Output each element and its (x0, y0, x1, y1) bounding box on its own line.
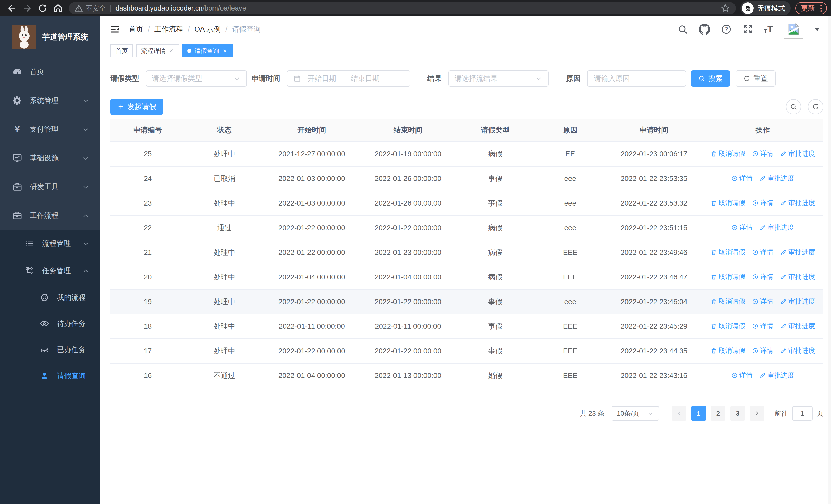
progress-link[interactable]: 审批进度 (760, 371, 794, 380)
goto-page-input[interactable] (792, 406, 812, 421)
close-icon[interactable] (222, 48, 227, 53)
progress-link[interactable]: 审批进度 (780, 248, 815, 257)
reset-button-label: 重置 (753, 73, 768, 83)
tab-home[interactable]: 首页 (110, 44, 133, 58)
detail-link[interactable]: 详情 (752, 346, 774, 355)
browser-update-button[interactable]: 更新 (795, 2, 827, 14)
browser-menu-icon[interactable] (819, 5, 824, 11)
search-icon[interactable] (677, 24, 688, 35)
fullscreen-icon[interactable] (742, 24, 753, 35)
pagination: 共 23 条 10条/页 1 2 3 前往 页 (110, 406, 823, 431)
sidebar-item-label: 基础设施 (30, 153, 58, 163)
security-label[interactable]: 不安全 (86, 4, 106, 13)
app-title: 芋道管理系统 (42, 32, 88, 42)
detail-link[interactable]: 详情 (731, 371, 753, 380)
sidebar-item-payment[interactable]: ¥ 支付管理 (0, 115, 100, 144)
progress-link[interactable]: 审批进度 (780, 272, 815, 281)
detail-link[interactable]: 详情 (752, 198, 774, 207)
github-icon[interactable] (699, 24, 710, 35)
col-end-time: 结束时间 (360, 119, 456, 142)
sidebar-item-workflow[interactable]: 工作流程 (0, 201, 100, 230)
progress-link[interactable]: 审批进度 (780, 198, 815, 207)
sidebar-item-system[interactable]: 系统管理 (0, 86, 100, 115)
sidebar-logo[interactable]: 芋道管理系统 (0, 17, 100, 58)
start-date-placeholder[interactable]: 开始日期 (308, 73, 336, 83)
avatar-dropdown-caret[interactable] (814, 28, 820, 31)
sidebar-item-label: 工作流程 (30, 211, 58, 220)
sidebar-item-todo-tasks[interactable]: 待办任务 (0, 310, 100, 337)
detail-link[interactable]: 详情 (731, 174, 753, 183)
result-select[interactable]: 请选择流结果 (448, 70, 549, 87)
sidebar-item-my-process[interactable]: 我的流程 (0, 284, 100, 310)
toolbox-icon (11, 181, 23, 192)
progress-link[interactable]: 审批进度 (780, 346, 815, 355)
close-icon[interactable] (169, 48, 174, 53)
sidebar-item-home[interactable]: 首页 (0, 58, 100, 86)
tab-process-detail[interactable]: 流程详情 (136, 44, 179, 58)
detail-link[interactable]: 详情 (752, 149, 774, 158)
sidebar-item-done-tasks[interactable]: 已办任务 (0, 337, 100, 363)
breadcrumb-oa-example[interactable]: OA 示例 (195, 24, 221, 34)
cancel-leave-link[interactable]: 取消请假 (710, 149, 745, 158)
browser-reload-button[interactable] (36, 2, 49, 14)
browser-back-button[interactable] (6, 2, 18, 14)
progress-link[interactable]: 审批进度 (760, 174, 794, 183)
help-icon[interactable] (721, 24, 732, 35)
cancel-leave-link[interactable]: 取消请假 (710, 346, 745, 355)
progress-link[interactable]: 审批进度 (780, 297, 815, 306)
security-warning-icon[interactable] (75, 4, 83, 12)
detail-link[interactable]: 详情 (752, 322, 774, 330)
end-date-placeholder[interactable]: 结束日期 (351, 73, 379, 83)
bookmark-star-icon[interactable] (720, 3, 730, 13)
tab-label: 流程详情 (141, 47, 166, 55)
reason-input[interactable] (588, 71, 686, 86)
cancel-leave-link[interactable]: 取消请假 (710, 248, 745, 257)
sidebar-item-label: 请假查询 (57, 371, 86, 381)
detail-link[interactable]: 详情 (731, 223, 753, 232)
page-size-select[interactable]: 10条/页 (611, 406, 659, 421)
detail-link[interactable]: 详情 (752, 248, 774, 257)
search-button[interactable]: 搜索 (691, 70, 730, 87)
sidebar-item-infra[interactable]: 基础设施 (0, 144, 100, 173)
breadcrumb-workflow[interactable]: 工作流程 (154, 24, 183, 34)
sidebar-item-task-mgmt[interactable]: 任务管理 (0, 257, 100, 284)
prev-page-button[interactable] (672, 406, 686, 421)
refresh-table-icon[interactable] (808, 99, 823, 114)
sidebar-item-leave-query[interactable]: 请假查询 (0, 363, 100, 389)
browser-forward-button[interactable] (21, 2, 33, 14)
detail-link[interactable]: 详情 (752, 297, 774, 306)
toggle-search-icon[interactable] (786, 99, 801, 114)
page-button-3[interactable]: 3 (730, 406, 745, 421)
url-path: /bpm/oa/leave (202, 4, 246, 12)
tab-leave-query[interactable]: 请假查询 (182, 44, 232, 58)
next-page-button[interactable] (750, 406, 764, 421)
create-leave-button[interactable]: 发起请假 (110, 98, 163, 115)
address-bar[interactable]: 不安全 dashboard.yudao.iocoder.cn/bpm/oa/le… (69, 2, 736, 14)
progress-link[interactable]: 审批进度 (760, 223, 794, 232)
list-icon (24, 238, 35, 249)
detail-link[interactable]: 详情 (752, 272, 774, 281)
progress-link[interactable]: 审批进度 (780, 322, 815, 330)
cancel-leave-link[interactable]: 取消请假 (710, 297, 745, 306)
font-size-icon[interactable]: TT (764, 25, 773, 34)
sidebar-item-devtools[interactable]: 研发工具 (0, 173, 100, 201)
page-button-1[interactable]: 1 (691, 406, 706, 421)
chevron-down-icon (82, 182, 90, 191)
page-scrollbar[interactable] (828, 17, 831, 504)
leave-type-select[interactable]: 请选择请假类型 (146, 70, 247, 87)
breadcrumb-home[interactable]: 首页 (129, 24, 143, 34)
cancel-leave-link[interactable]: 取消请假 (710, 272, 745, 281)
sidebar-collapse-icon[interactable] (109, 24, 120, 35)
browser-home-button[interactable] (52, 2, 64, 14)
apply-time-range-picker[interactable]: 开始日期 - 结束日期 (287, 70, 410, 87)
cancel-leave-link[interactable]: 取消请假 (710, 198, 745, 207)
col-apply-time: 申请时间 (606, 119, 702, 142)
sidebar-item-process-mgmt[interactable]: 流程管理 (0, 230, 100, 257)
page-button-2[interactable]: 2 (711, 406, 725, 421)
user-icon (38, 371, 50, 381)
progress-link[interactable]: 审批进度 (780, 149, 815, 158)
cancel-leave-link[interactable]: 取消请假 (710, 322, 745, 330)
reset-button[interactable]: 重置 (736, 70, 776, 87)
briefcase-icon (11, 210, 23, 221)
avatar[interactable] (784, 20, 803, 39)
